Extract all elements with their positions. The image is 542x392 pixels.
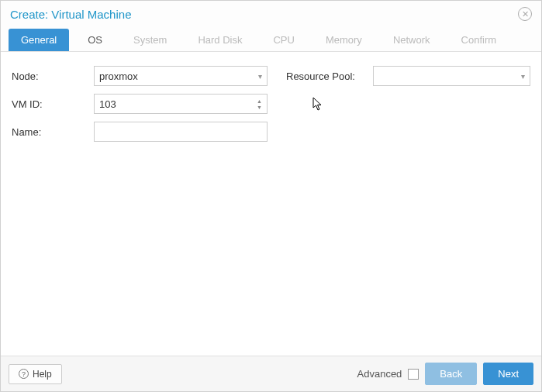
help-button[interactable]: ? Help [9,364,62,384]
tab-os[interactable]: OS [75,29,115,51]
vmid-row: VM ID: 103 ▲▼ [12,94,268,114]
name-input[interactable] [94,122,268,142]
help-label: Help [33,369,52,380]
tab-confirm[interactable]: Confirm [449,29,509,51]
vmid-value: 103 [99,98,116,110]
form-content: Node: proxmox ▾ VM ID: 103 ▲▼ Name: [1,52,541,356]
node-value: proxmox [99,70,138,82]
vmid-label: VM ID: [12,98,89,110]
tab-network[interactable]: Network [381,29,443,51]
advanced-checkbox[interactable] [408,369,419,380]
back-button[interactable]: Back [425,363,477,385]
dialog-title: Create: Virtual Machine [10,8,131,21]
create-vm-dialog: Create: Virtual Machine ✕ General OS Sys… [0,0,542,392]
tab-general[interactable]: General [9,29,69,51]
advanced-label: Advanced [357,368,402,380]
title-bar: Create: Virtual Machine ✕ [1,1,541,26]
tab-hard-disk[interactable]: Hard Disk [185,29,254,51]
right-column: Resource Pool: ▾ [286,66,530,342]
node-row: Node: proxmox ▾ [12,66,268,86]
chevron-down-icon: ▾ [258,72,262,81]
pool-select[interactable]: ▾ [373,66,530,86]
chevron-down-icon: ▾ [521,72,525,81]
tab-cpu[interactable]: CPU [261,29,306,51]
next-button[interactable]: Next [483,363,533,385]
vmid-spinner[interactable]: 103 ▲▼ [94,94,268,114]
name-label: Name: [12,126,89,138]
name-row: Name: [12,122,268,142]
spinner-arrows-icon: ▲▼ [257,98,262,110]
pool-row: Resource Pool: ▾ [286,66,530,86]
tab-memory[interactable]: Memory [313,29,375,51]
footer-right: Advanced Back Next [357,363,533,385]
tab-system[interactable]: System [121,29,179,51]
pool-label: Resource Pool: [286,70,368,82]
close-icon[interactable]: ✕ [518,7,532,21]
footer-bar: ? Help Advanced Back Next [1,356,541,391]
node-label: Node: [12,70,89,82]
help-icon: ? [19,369,29,379]
left-column: Node: proxmox ▾ VM ID: 103 ▲▼ Name: [12,66,268,342]
node-select[interactable]: proxmox ▾ [94,66,268,86]
wizard-tabs: General OS System Hard Disk CPU Memory N… [1,26,541,52]
